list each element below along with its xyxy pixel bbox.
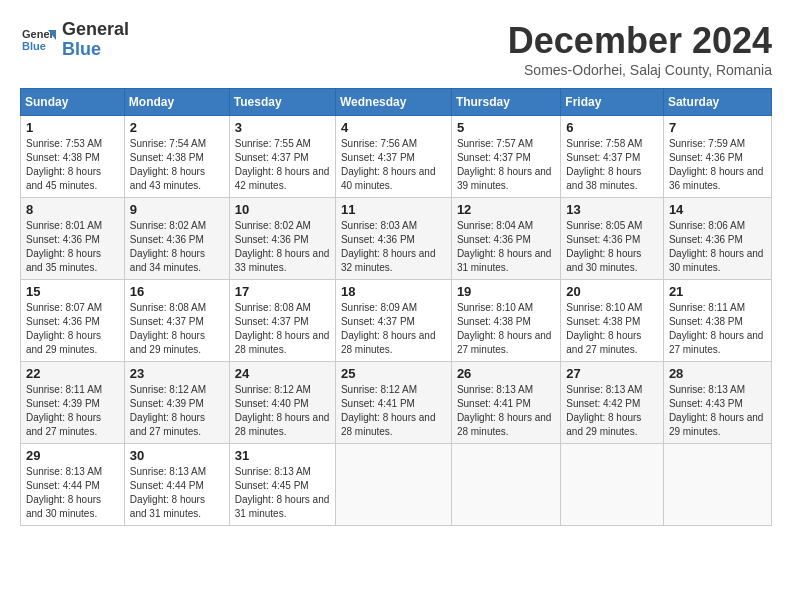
- calendar-week-row: 29 Sunrise: 8:13 AM Sunset: 4:44 PM Dayl…: [21, 444, 772, 526]
- day-header-saturday: Saturday: [663, 89, 771, 116]
- day-number: 7: [669, 120, 766, 135]
- day-header-wednesday: Wednesday: [335, 89, 451, 116]
- day-number: 18: [341, 284, 446, 299]
- day-number: 1: [26, 120, 119, 135]
- logo-line1: General: [62, 20, 129, 40]
- day-info: Sunrise: 8:02 AM Sunset: 4:36 PM Dayligh…: [130, 219, 224, 275]
- day-cell-14: 14 Sunrise: 8:06 AM Sunset: 4:36 PM Dayl…: [663, 198, 771, 280]
- day-info: Sunrise: 8:05 AM Sunset: 4:36 PM Dayligh…: [566, 219, 658, 275]
- day-cell-9: 9 Sunrise: 8:02 AM Sunset: 4:36 PM Dayli…: [124, 198, 229, 280]
- title-area: December 2024 Somes-Odorhei, Salaj Count…: [508, 20, 772, 78]
- empty-day-cell: [335, 444, 451, 526]
- day-cell-10: 10 Sunrise: 8:02 AM Sunset: 4:36 PM Dayl…: [229, 198, 335, 280]
- day-info: Sunrise: 8:06 AM Sunset: 4:36 PM Dayligh…: [669, 219, 766, 275]
- day-cell-16: 16 Sunrise: 8:08 AM Sunset: 4:37 PM Dayl…: [124, 280, 229, 362]
- day-cell-19: 19 Sunrise: 8:10 AM Sunset: 4:38 PM Dayl…: [451, 280, 560, 362]
- day-info: Sunrise: 8:04 AM Sunset: 4:36 PM Dayligh…: [457, 219, 555, 275]
- day-number: 2: [130, 120, 224, 135]
- day-number: 28: [669, 366, 766, 381]
- logo-line2: Blue: [62, 40, 129, 60]
- day-cell-28: 28 Sunrise: 8:13 AM Sunset: 4:43 PM Dayl…: [663, 362, 771, 444]
- day-number: 23: [130, 366, 224, 381]
- logo: General Blue General Blue: [20, 20, 129, 60]
- day-number: 21: [669, 284, 766, 299]
- day-number: 31: [235, 448, 330, 463]
- day-header-sunday: Sunday: [21, 89, 125, 116]
- day-info: Sunrise: 8:10 AM Sunset: 4:38 PM Dayligh…: [457, 301, 555, 357]
- day-cell-5: 5 Sunrise: 7:57 AM Sunset: 4:37 PM Dayli…: [451, 116, 560, 198]
- day-header-tuesday: Tuesday: [229, 89, 335, 116]
- day-info: Sunrise: 8:13 AM Sunset: 4:41 PM Dayligh…: [457, 383, 555, 439]
- day-number: 16: [130, 284, 224, 299]
- day-info: Sunrise: 8:12 AM Sunset: 4:39 PM Dayligh…: [130, 383, 224, 439]
- day-info: Sunrise: 8:13 AM Sunset: 4:44 PM Dayligh…: [26, 465, 119, 521]
- day-header-friday: Friday: [561, 89, 664, 116]
- day-info: Sunrise: 8:01 AM Sunset: 4:36 PM Dayligh…: [26, 219, 119, 275]
- calendar-table: SundayMondayTuesdayWednesdayThursdayFrid…: [20, 88, 772, 526]
- day-cell-6: 6 Sunrise: 7:58 AM Sunset: 4:37 PM Dayli…: [561, 116, 664, 198]
- day-info: Sunrise: 7:55 AM Sunset: 4:37 PM Dayligh…: [235, 137, 330, 193]
- day-info: Sunrise: 8:13 AM Sunset: 4:45 PM Dayligh…: [235, 465, 330, 521]
- day-cell-23: 23 Sunrise: 8:12 AM Sunset: 4:39 PM Dayl…: [124, 362, 229, 444]
- day-number: 10: [235, 202, 330, 217]
- day-info: Sunrise: 8:08 AM Sunset: 4:37 PM Dayligh…: [235, 301, 330, 357]
- calendar-week-row: 15 Sunrise: 8:07 AM Sunset: 4:36 PM Dayl…: [21, 280, 772, 362]
- day-number: 19: [457, 284, 555, 299]
- day-info: Sunrise: 8:09 AM Sunset: 4:37 PM Dayligh…: [341, 301, 446, 357]
- day-cell-21: 21 Sunrise: 8:11 AM Sunset: 4:38 PM Dayl…: [663, 280, 771, 362]
- day-info: Sunrise: 8:11 AM Sunset: 4:38 PM Dayligh…: [669, 301, 766, 357]
- day-info: Sunrise: 8:10 AM Sunset: 4:38 PM Dayligh…: [566, 301, 658, 357]
- day-info: Sunrise: 8:12 AM Sunset: 4:40 PM Dayligh…: [235, 383, 330, 439]
- calendar-week-row: 1 Sunrise: 7:53 AM Sunset: 4:38 PM Dayli…: [21, 116, 772, 198]
- day-info: Sunrise: 8:02 AM Sunset: 4:36 PM Dayligh…: [235, 219, 330, 275]
- day-number: 14: [669, 202, 766, 217]
- day-number: 11: [341, 202, 446, 217]
- day-info: Sunrise: 7:56 AM Sunset: 4:37 PM Dayligh…: [341, 137, 446, 193]
- day-cell-22: 22 Sunrise: 8:11 AM Sunset: 4:39 PM Dayl…: [21, 362, 125, 444]
- day-header-thursday: Thursday: [451, 89, 560, 116]
- day-number: 15: [26, 284, 119, 299]
- logo-icon: General Blue: [20, 22, 56, 58]
- day-cell-1: 1 Sunrise: 7:53 AM Sunset: 4:38 PM Dayli…: [21, 116, 125, 198]
- day-info: Sunrise: 8:11 AM Sunset: 4:39 PM Dayligh…: [26, 383, 119, 439]
- empty-day-cell: [663, 444, 771, 526]
- day-cell-18: 18 Sunrise: 8:09 AM Sunset: 4:37 PM Dayl…: [335, 280, 451, 362]
- day-cell-20: 20 Sunrise: 8:10 AM Sunset: 4:38 PM Dayl…: [561, 280, 664, 362]
- day-info: Sunrise: 8:03 AM Sunset: 4:36 PM Dayligh…: [341, 219, 446, 275]
- day-cell-7: 7 Sunrise: 7:59 AM Sunset: 4:36 PM Dayli…: [663, 116, 771, 198]
- day-info: Sunrise: 7:57 AM Sunset: 4:37 PM Dayligh…: [457, 137, 555, 193]
- header: General Blue General Blue December 2024 …: [20, 20, 772, 78]
- day-header-monday: Monday: [124, 89, 229, 116]
- day-number: 27: [566, 366, 658, 381]
- day-number: 4: [341, 120, 446, 135]
- day-cell-24: 24 Sunrise: 8:12 AM Sunset: 4:40 PM Dayl…: [229, 362, 335, 444]
- calendar-week-row: 8 Sunrise: 8:01 AM Sunset: 4:36 PM Dayli…: [21, 198, 772, 280]
- day-info: Sunrise: 8:12 AM Sunset: 4:41 PM Dayligh…: [341, 383, 446, 439]
- day-number: 5: [457, 120, 555, 135]
- day-info: Sunrise: 7:54 AM Sunset: 4:38 PM Dayligh…: [130, 137, 224, 193]
- day-cell-25: 25 Sunrise: 8:12 AM Sunset: 4:41 PM Dayl…: [335, 362, 451, 444]
- day-info: Sunrise: 8:08 AM Sunset: 4:37 PM Dayligh…: [130, 301, 224, 357]
- day-number: 6: [566, 120, 658, 135]
- day-number: 25: [341, 366, 446, 381]
- empty-day-cell: [451, 444, 560, 526]
- day-cell-27: 27 Sunrise: 8:13 AM Sunset: 4:42 PM Dayl…: [561, 362, 664, 444]
- day-number: 30: [130, 448, 224, 463]
- day-number: 24: [235, 366, 330, 381]
- day-number: 17: [235, 284, 330, 299]
- day-info: Sunrise: 8:13 AM Sunset: 4:42 PM Dayligh…: [566, 383, 658, 439]
- month-title: December 2024: [508, 20, 772, 62]
- day-cell-13: 13 Sunrise: 8:05 AM Sunset: 4:36 PM Dayl…: [561, 198, 664, 280]
- day-cell-8: 8 Sunrise: 8:01 AM Sunset: 4:36 PM Dayli…: [21, 198, 125, 280]
- svg-text:General: General: [22, 28, 56, 40]
- location-subtitle: Somes-Odorhei, Salaj County, Romania: [508, 62, 772, 78]
- day-cell-11: 11 Sunrise: 8:03 AM Sunset: 4:36 PM Dayl…: [335, 198, 451, 280]
- empty-day-cell: [561, 444, 664, 526]
- day-number: 22: [26, 366, 119, 381]
- day-cell-17: 17 Sunrise: 8:08 AM Sunset: 4:37 PM Dayl…: [229, 280, 335, 362]
- day-cell-12: 12 Sunrise: 8:04 AM Sunset: 4:36 PM Dayl…: [451, 198, 560, 280]
- calendar-header-row: SundayMondayTuesdayWednesdayThursdayFrid…: [21, 89, 772, 116]
- day-cell-2: 2 Sunrise: 7:54 AM Sunset: 4:38 PM Dayli…: [124, 116, 229, 198]
- day-cell-15: 15 Sunrise: 8:07 AM Sunset: 4:36 PM Dayl…: [21, 280, 125, 362]
- day-info: Sunrise: 8:13 AM Sunset: 4:44 PM Dayligh…: [130, 465, 224, 521]
